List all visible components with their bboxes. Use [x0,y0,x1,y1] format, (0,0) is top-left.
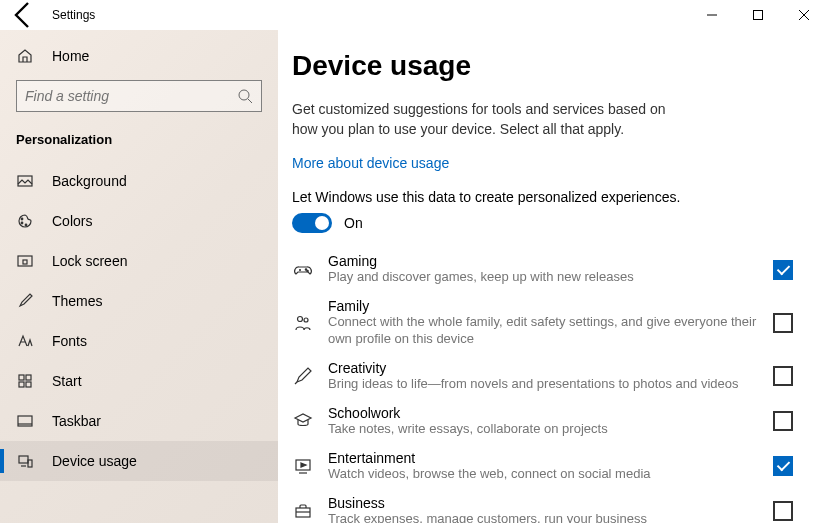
svg-rect-9 [26,375,31,380]
entertainment-icon [292,455,314,477]
taskbar-icon [16,412,34,430]
usage-checkbox[interactable] [773,313,793,333]
sidebar-item-label: Colors [52,213,92,229]
home-icon [16,47,34,65]
svg-point-5 [25,224,27,226]
usage-desc: Track expenses, manage customers, run yo… [328,511,759,523]
svg-point-3 [21,218,23,220]
brush-icon [16,292,34,310]
start-icon [16,372,34,390]
usage-item-family[interactable]: Family Connect with the whole family, ed… [292,292,797,354]
usage-checkbox[interactable] [773,456,793,476]
back-button[interactable] [8,0,40,31]
fonts-icon [16,332,34,350]
picture-icon [16,172,34,190]
usage-checkbox[interactable] [773,411,793,431]
sidebar-home-label: Home [52,48,89,64]
usage-checkbox[interactable] [773,501,793,521]
lock-screen-icon [16,252,34,270]
sidebar-home[interactable]: Home [0,36,278,76]
sidebar-item-label: Themes [52,293,103,309]
svg-rect-10 [19,382,24,387]
svg-rect-14 [19,456,28,463]
close-button[interactable] [781,0,827,30]
sidebar: Home Personalization Background Colors [0,30,278,523]
svg-rect-15 [28,460,32,467]
search-box[interactable] [16,80,262,112]
usage-checkbox[interactable] [773,366,793,386]
window-title: Settings [40,8,95,22]
page-title: Device usage [292,50,797,82]
sidebar-item-label: Lock screen [52,253,127,269]
main-content: Device usage Get customized suggestions … [278,30,827,523]
palette-icon [16,212,34,230]
sidebar-item-themes[interactable]: Themes [0,281,278,321]
family-icon [292,312,314,334]
usage-list: Gaming Play and discover games, keep up … [292,247,797,523]
sidebar-item-label: Start [52,373,82,389]
usage-item-entertainment[interactable]: Entertainment Watch videos, browse the w… [292,444,797,489]
creativity-icon [292,365,314,387]
usage-desc: Watch videos, browse the web, connect on… [328,466,759,483]
usage-desc: Play and discover games, keep up with ne… [328,269,759,286]
svg-point-4 [21,222,23,224]
maximize-button[interactable] [735,0,781,30]
schoolwork-icon [292,410,314,432]
gaming-icon [292,259,314,281]
svg-rect-0 [754,11,763,20]
svg-point-17 [307,270,308,271]
sidebar-item-label: Taskbar [52,413,101,429]
titlebar: Settings [0,0,827,30]
usage-item-gaming[interactable]: Gaming Play and discover games, keep up … [292,247,797,292]
svg-rect-2 [18,176,32,186]
sidebar-item-label: Background [52,173,127,189]
usage-item-schoolwork[interactable]: Schoolwork Take notes, write essays, col… [292,399,797,444]
usage-title: Creativity [328,360,759,376]
search-icon [237,88,253,104]
svg-rect-11 [26,382,31,387]
usage-desc: Bring ideas to life—from novels and pres… [328,376,759,393]
svg-point-18 [298,316,303,321]
usage-desc: Connect with the whole family, edit safe… [328,314,759,348]
svg-point-1 [239,90,249,100]
sidebar-item-fonts[interactable]: Fonts [0,321,278,361]
usage-title: Business [328,495,759,511]
usage-checkbox[interactable] [773,260,793,280]
more-about-link[interactable]: More about device usage [292,155,449,171]
sidebar-item-taskbar[interactable]: Taskbar [0,401,278,441]
sidebar-item-label: Fonts [52,333,87,349]
usage-desc: Take notes, write essays, collaborate on… [328,421,759,438]
window-controls [689,0,827,30]
settings-window: Settings Home [0,0,827,523]
business-icon [292,500,314,522]
svg-point-16 [305,268,306,269]
sidebar-item-lockscreen[interactable]: Lock screen [0,241,278,281]
sidebar-item-background[interactable]: Background [0,161,278,201]
sidebar-item-device-usage[interactable]: Device usage [0,441,278,481]
minimize-button[interactable] [689,0,735,30]
toggle-label: Let Windows use this data to create pers… [292,189,797,205]
sidebar-section-header: Personalization [0,122,278,161]
search-input[interactable] [25,88,237,104]
usage-title: Schoolwork [328,405,759,421]
svg-rect-7 [23,260,27,264]
usage-item-business[interactable]: Business Track expenses, manage customer… [292,489,797,523]
sidebar-item-label: Device usage [52,453,137,469]
sidebar-item-colors[interactable]: Colors [0,201,278,241]
personalized-toggle[interactable] [292,213,332,233]
usage-title: Entertainment [328,450,759,466]
toggle-state: On [344,215,363,231]
usage-item-creativity[interactable]: Creativity Bring ideas to life—from nove… [292,354,797,399]
device-usage-icon [16,452,34,470]
svg-rect-8 [19,375,24,380]
usage-title: Family [328,298,759,314]
page-description: Get customized suggestions for tools and… [292,100,672,139]
sidebar-item-start[interactable]: Start [0,361,278,401]
usage-title: Gaming [328,253,759,269]
svg-point-19 [304,318,308,322]
